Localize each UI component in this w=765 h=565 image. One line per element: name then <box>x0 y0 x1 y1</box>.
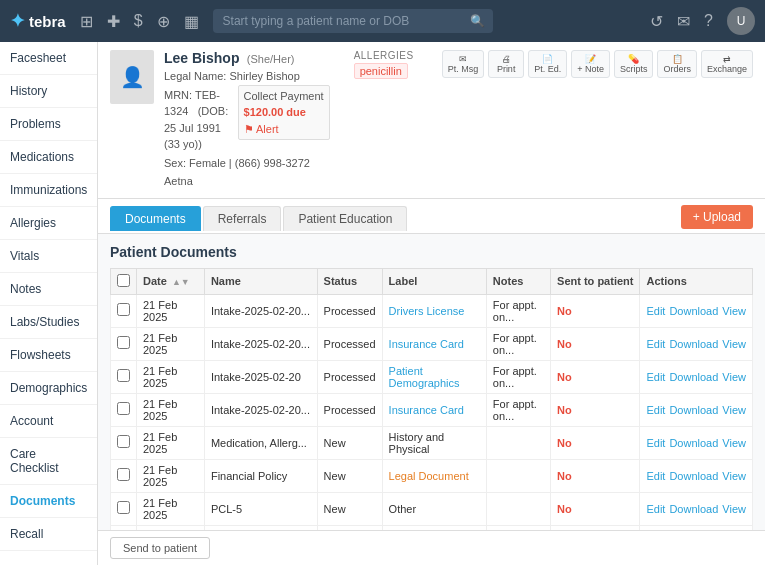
patient-actions: ✉ Pt. Msg 🖨 Print 📄 Pt. Ed. 📝 + Note 💊 <box>442 50 753 78</box>
row-label: Other <box>382 492 486 525</box>
main-content: 👤 Lee Bishop (She/Her) Legal Name: Shirl… <box>98 42 765 565</box>
download-link[interactable]: Download <box>669 503 718 515</box>
edit-link[interactable]: Edit <box>646 305 665 317</box>
history-icon[interactable]: ↺ <box>650 12 663 31</box>
row-checkbox-cell <box>111 294 137 327</box>
view-link[interactable]: View <box>722 503 746 515</box>
row-checkbox-cell <box>111 426 137 459</box>
send-to-patient-button[interactable]: Send to patient <box>110 537 210 559</box>
exchange-icon: ⇄ <box>723 54 731 64</box>
sidebar-item-demographics[interactable]: Demographics <box>0 372 97 405</box>
row-checkbox-cell <box>111 327 137 360</box>
search-input[interactable] <box>213 9 493 33</box>
plus-icon[interactable]: ✚ <box>107 12 120 31</box>
edit-link[interactable]: Edit <box>646 338 665 350</box>
help-icon[interactable]: ? <box>704 12 713 30</box>
sidebar-item-notes[interactable]: Notes <box>0 273 97 306</box>
sidebar-item-flowsheets[interactable]: Flowsheets <box>0 339 97 372</box>
pt-msg-button[interactable]: ✉ Pt. Msg <box>442 50 485 78</box>
tab-documents[interactable]: Documents <box>110 206 201 231</box>
patient-avatar: 👤 <box>110 50 154 104</box>
sidebar-item-recall[interactable]: Recall <box>0 518 97 551</box>
pt-ed-button[interactable]: 📄 Pt. Ed. <box>528 50 567 78</box>
sidebar-item-account[interactable]: Account <box>0 405 97 438</box>
documents-table: Date ▲▼ Name Status Label Notes Sent to … <box>110 268 753 531</box>
row-notes <box>486 492 550 525</box>
edit-link[interactable]: Edit <box>646 404 665 416</box>
download-link[interactable]: Download <box>669 437 718 449</box>
sidebar-item-labs[interactable]: Labs/Studies <box>0 306 97 339</box>
view-link[interactable]: View <box>722 305 746 317</box>
orders-button[interactable]: 📋 Orders <box>657 50 697 78</box>
row-actions: Edit Download View <box>640 492 753 525</box>
row-checkbox[interactable] <box>117 501 130 514</box>
col-date: Date ▲▼ <box>137 268 205 294</box>
chart-icon[interactable]: ▦ <box>184 12 199 31</box>
tabs: Documents Referrals Patient Education <box>110 206 407 231</box>
sidebar: Facesheet History Problems Medications I… <box>0 42 98 565</box>
row-checkbox[interactable] <box>117 402 130 415</box>
sidebar-item-immunizations[interactable]: Immunizations <box>0 174 97 207</box>
row-status: New <box>317 492 382 525</box>
nav-right: ↺ ✉ ? U <box>650 7 755 35</box>
row-checkbox[interactable] <box>117 336 130 349</box>
row-name: Financial Policy <box>204 459 317 492</box>
section-title: Patient Documents <box>110 244 753 260</box>
collect-payment[interactable]: Collect Payment $120.00 due ⚑ Alert <box>238 85 330 141</box>
orders-label: Orders <box>663 64 691 74</box>
download-link[interactable]: Download <box>669 338 718 350</box>
add-note-button[interactable]: 📝 + Note <box>571 50 610 78</box>
download-link[interactable]: Download <box>669 470 718 482</box>
dollar-icon[interactable]: $ <box>134 12 143 30</box>
download-link[interactable]: Download <box>669 305 718 317</box>
row-label: Legal Document <box>382 459 486 492</box>
edit-link[interactable]: Edit <box>646 503 665 515</box>
app-name: tebra <box>29 13 66 30</box>
upload-button[interactable]: + Upload <box>681 205 753 229</box>
col-label: Label <box>382 268 486 294</box>
sidebar-item-vitals[interactable]: Vitals <box>0 240 97 273</box>
row-checkbox[interactable] <box>117 435 130 448</box>
sidebar-item-allergies[interactable]: Allergies <box>0 207 97 240</box>
user-avatar[interactable]: U <box>727 7 755 35</box>
sidebar-item-history[interactable]: History <box>0 75 97 108</box>
grid-icon[interactable]: ⊞ <box>80 12 93 31</box>
row-name: Intake-2025-02-20 <box>204 360 317 393</box>
sidebar-item-documents[interactable]: Documents <box>0 485 97 518</box>
view-link[interactable]: View <box>722 371 746 383</box>
row-actions: Edit Download View <box>640 459 753 492</box>
tab-patient-education[interactable]: Patient Education <box>283 206 407 231</box>
edit-link[interactable]: Edit <box>646 371 665 383</box>
mail-icon[interactable]: ✉ <box>677 12 690 31</box>
row-checkbox[interactable] <box>117 369 130 382</box>
sidebar-item-facesheet[interactable]: Facesheet <box>0 42 97 75</box>
legal-name-value: Shirley Bishop <box>229 70 299 82</box>
sidebar-item-medications[interactable]: Medications <box>0 141 97 174</box>
table-row: 21 Feb 2025 Intake-2025-02-20... Process… <box>111 327 753 360</box>
tab-referrals[interactable]: Referrals <box>203 206 282 231</box>
sidebar-item-care-checklist[interactable]: Care Checklist <box>0 438 97 485</box>
row-date: 21 Feb 2025 <box>137 327 205 360</box>
row-checkbox[interactable] <box>117 468 130 481</box>
edit-link[interactable]: Edit <box>646 437 665 449</box>
sidebar-item-problems[interactable]: Problems <box>0 108 97 141</box>
download-link[interactable]: Download <box>669 404 718 416</box>
download-link[interactable]: Download <box>669 371 718 383</box>
view-link[interactable]: View <box>722 437 746 449</box>
view-link[interactable]: View <box>722 404 746 416</box>
edit-link[interactable]: Edit <box>646 470 665 482</box>
scripts-button[interactable]: 💊 Scripts <box>614 50 654 78</box>
row-notes <box>486 459 550 492</box>
search-icon[interactable]: 🔍 <box>470 14 485 28</box>
view-link[interactable]: View <box>722 470 746 482</box>
select-all-checkbox[interactable] <box>117 274 130 287</box>
patient-header: 👤 Lee Bishop (She/Her) Legal Name: Shirl… <box>98 42 765 199</box>
print-button[interactable]: 🖨 Print <box>488 50 524 78</box>
date-sort-icon[interactable]: ▲▼ <box>172 277 190 287</box>
row-label: Insurance Card <box>382 393 486 426</box>
patient-info: Lee Bishop (She/Her) Legal Name: Shirley… <box>164 50 340 190</box>
row-checkbox[interactable] <box>117 303 130 316</box>
exchange-button[interactable]: ⇄ Exchange <box>701 50 753 78</box>
view-link[interactable]: View <box>722 338 746 350</box>
shield-icon[interactable]: ⊕ <box>157 12 170 31</box>
